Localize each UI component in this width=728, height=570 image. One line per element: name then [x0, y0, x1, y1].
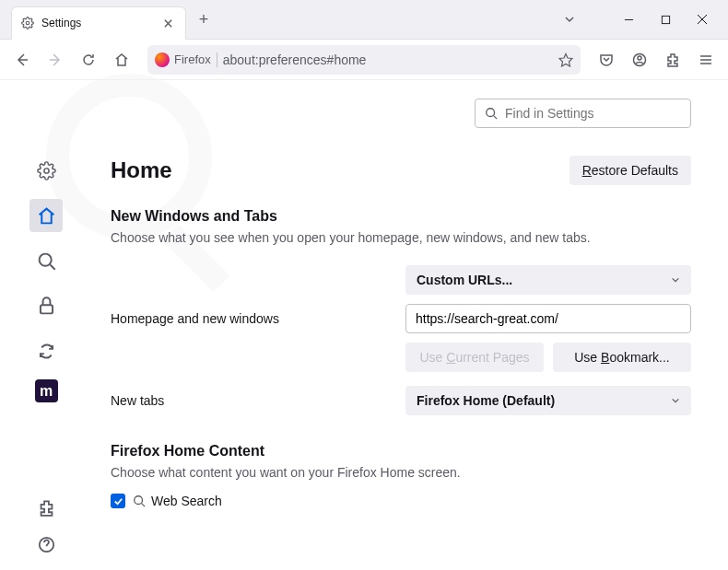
- maximize-button[interactable]: [647, 6, 684, 33]
- svg-point-0: [26, 21, 29, 25]
- restore-defaults-button[interactable]: Restore Defaults: [569, 156, 691, 185]
- app-menu-button[interactable]: [691, 45, 721, 75]
- url-bar[interactable]: Firefox about:preferences#home: [147, 45, 581, 75]
- newtabs-label: New tabs: [111, 393, 405, 408]
- newtabs-select[interactable]: Firefox Home (Default): [405, 386, 691, 415]
- urlbar-divider: [217, 52, 217, 67]
- close-icon[interactable]: [159, 15, 176, 31]
- search-icon: [133, 494, 146, 507]
- homepage-url-input[interactable]: [405, 304, 691, 333]
- reload-button[interactable]: [74, 45, 103, 75]
- sidebar-item-search[interactable]: [29, 244, 63, 277]
- bookmark-star-icon[interactable]: [558, 52, 573, 67]
- tab-title: Settings: [41, 17, 159, 29]
- sidebar-item-help[interactable]: [29, 528, 63, 561]
- forward-button[interactable]: [41, 45, 70, 75]
- section-desc-nwt: Choose what you see when you open your h…: [111, 230, 691, 245]
- sidebar-item-general[interactable]: [29, 154, 63, 187]
- url-text: about:preferences#home: [223, 52, 553, 67]
- back-button[interactable]: [7, 45, 37, 75]
- firefox-logo-icon: [155, 52, 170, 67]
- sidebar-item-privacy[interactable]: [29, 289, 63, 322]
- web-search-checkbox[interactable]: [111, 494, 125, 508]
- minimize-button[interactable]: [610, 6, 647, 33]
- sidebar-item-home[interactable]: [29, 199, 63, 232]
- new-tab-button[interactable]: +: [190, 6, 217, 33]
- section-title-fhc: Firefox Home Content: [111, 443, 691, 459]
- search-icon: [485, 107, 498, 120]
- svg-point-8: [487, 109, 495, 117]
- homepage-mode-select[interactable]: Custom URLs...: [405, 265, 691, 295]
- section-title-nwt: New Windows and Tabs: [111, 208, 691, 225]
- page-title: Home: [111, 157, 172, 183]
- find-in-settings-input[interactable]: [475, 99, 691, 128]
- svg-point-4: [43, 168, 48, 172]
- sidebar-item-mozilla[interactable]: m: [35, 379, 58, 402]
- use-current-pages-button[interactable]: Use Current Pages: [405, 343, 544, 372]
- web-search-label: Web Search: [133, 494, 222, 508]
- gear-icon: [21, 17, 34, 29]
- browser-tab[interactable]: Settings: [11, 6, 186, 40]
- sidebar-item-sync[interactable]: [29, 334, 63, 367]
- select-value: Firefox Home (Default): [417, 393, 555, 408]
- svg-point-5: [39, 253, 51, 265]
- use-bookmark-button[interactable]: Use Bookmark...: [553, 343, 691, 372]
- check-icon: [113, 496, 123, 506]
- chevron-down-icon: [671, 275, 680, 285]
- svg-point-9: [135, 496, 143, 505]
- account-button[interactable]: [625, 45, 654, 75]
- close-window-button[interactable]: [684, 6, 721, 33]
- tabs-dropdown-button[interactable]: [557, 6, 582, 32]
- svg-rect-1: [662, 16, 669, 23]
- extensions-button[interactable]: [658, 45, 687, 75]
- sidebar-item-extensions[interactable]: [29, 491, 63, 524]
- find-input-field[interactable]: [505, 106, 681, 121]
- select-value: Custom URLs...: [417, 273, 512, 287]
- svg-point-3: [638, 56, 641, 60]
- identity-label: Firefox: [174, 52, 211, 66]
- homepage-label: Homepage and new windows: [111, 311, 405, 326]
- home-button[interactable]: [107, 45, 136, 75]
- pocket-button[interactable]: [592, 45, 621, 75]
- section-desc-fhc: Choose what content you want on your Fir…: [111, 465, 691, 480]
- chevron-down-icon: [671, 396, 680, 405]
- svg-rect-6: [40, 305, 52, 313]
- identity-box[interactable]: Firefox: [155, 52, 211, 67]
